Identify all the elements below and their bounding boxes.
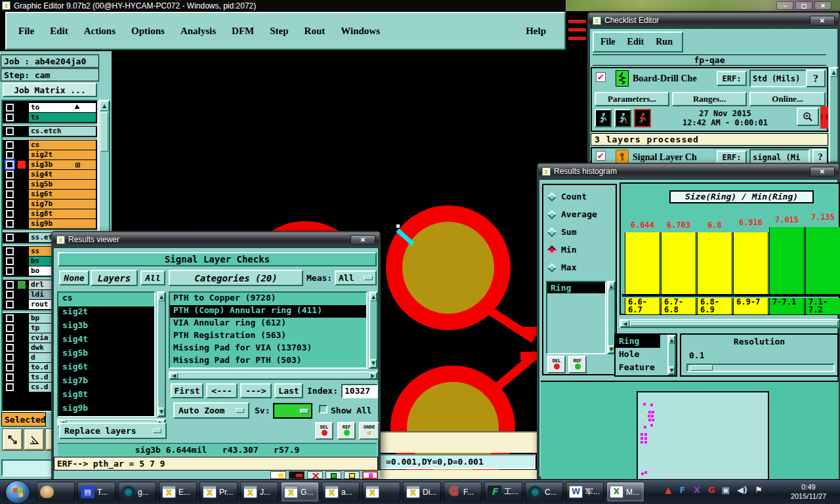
viewer-close-button[interactable]: ✕ <box>350 235 375 245</box>
taskbar-button-e[interactable]: XE... <box>159 482 197 502</box>
layer-row-sig7b[interactable]: sig7b <box>4 200 96 209</box>
layer-checkbox[interactable] <box>6 324 14 332</box>
del-button[interactable]: DEL <box>547 356 566 373</box>
check-enabled-checkbox[interactable]: ✔ <box>596 72 606 82</box>
meas-dropdown[interactable]: All <box>335 270 377 285</box>
viewer-layer-sig4t[interactable]: sig4t <box>58 334 154 348</box>
scroll-down-icon[interactable]: ▼ <box>669 366 675 374</box>
check-enabled-checkbox[interactable]: ✔ <box>596 151 606 161</box>
layer-swatch[interactable] <box>18 257 26 265</box>
viewer-layer-sig7b[interactable]: sig7b <box>58 375 154 389</box>
menu-dfm[interactable]: DFM <box>232 26 254 37</box>
filter-all-button[interactable]: All <box>140 270 165 285</box>
layer-swatch[interactable] <box>18 171 26 178</box>
mini-tool-button[interactable] <box>289 471 304 479</box>
layer-checkbox[interactable] <box>6 383 14 391</box>
taskbar-button-j[interactable]: XJ... <box>240 482 278 502</box>
taskbar-button-pr[interactable]: XPr... <box>200 482 238 502</box>
tray-volume-icon[interactable]: ◀) <box>734 485 751 495</box>
parameters-button[interactable]: Parameters... <box>595 92 669 106</box>
mode-count[interactable]: Count <box>549 192 587 201</box>
layer-row-sig6t[interactable]: sig6t <box>4 190 96 199</box>
layer-swatch[interactable] <box>18 180 26 188</box>
mini-tool-button[interactable] <box>307 471 323 479</box>
layer-name[interactable]: sig4t <box>29 170 96 179</box>
scroll-down-icon[interactable]: ▼ <box>370 359 377 368</box>
checklist-menu-edit[interactable]: Edit <box>627 37 644 47</box>
layer-checkbox[interactable] <box>6 114 14 121</box>
layer-name[interactable]: sig2t <box>29 150 96 159</box>
help-button[interactable]: ? <box>806 70 826 87</box>
mini-tool-button[interactable] <box>326 471 341 479</box>
maximize-button[interactable]: ▢ <box>795 1 812 10</box>
category-missing-pad-via[interactable]: Missing Pad for VIA (13703) <box>170 343 366 355</box>
scroll-up-icon[interactable]: ▲ <box>370 293 377 301</box>
tray-g-icon[interactable]: G <box>705 485 718 495</box>
categories-button[interactable]: Categories (20) <box>169 270 303 286</box>
scroll-up-icon[interactable]: ▲ <box>158 293 165 301</box>
histogram-bar[interactable] <box>805 227 840 294</box>
menu-help[interactable]: Help <box>526 26 546 37</box>
layer-swatch[interactable] <box>18 151 26 159</box>
layer-name[interactable]: ts <box>29 113 96 122</box>
layer-checkbox[interactable] <box>6 247 14 255</box>
taskbar-button-x[interactable]: X <box>362 482 400 502</box>
filter-none-button[interactable]: None <box>59 270 89 285</box>
layer-checkbox[interactable] <box>6 364 14 371</box>
layer-swatch[interactable] <box>18 373 26 381</box>
category-pth-to-copper[interactable]: PTH to Copper (9728) <box>170 293 366 305</box>
category-pth-registration[interactable]: PTH Registration (563) <box>170 330 366 343</box>
scroll-up-icon[interactable]: ▲ <box>608 282 614 290</box>
histogram-bar[interactable] <box>697 232 732 294</box>
layer-name[interactable]: sig5b <box>29 180 96 189</box>
layer-checkbox[interactable] <box>6 281 14 289</box>
layer-row-sig3b[interactable]: sig3b <box>4 160 96 169</box>
layer-swatch[interactable] <box>18 314 26 322</box>
viewer-layer-cs[interactable]: cs <box>58 293 154 306</box>
layer-checkbox[interactable] <box>6 200 14 208</box>
histogram-bar[interactable] <box>625 232 660 294</box>
histogram-titlebar[interactable]: x Results histogram ✕ <box>538 164 839 178</box>
start-button[interactable] <box>5 480 30 504</box>
layer-name[interactable]: cs.etch <box>29 127 96 136</box>
viewer-layer-sig6t[interactable]: sig6t <box>58 362 154 375</box>
layer-row-sig2t[interactable]: sig2t <box>4 150 96 159</box>
replace-layers-dropdown[interactable]: Replace layers <box>59 423 167 439</box>
layer-checkbox[interactable] <box>6 180 14 188</box>
run-check-icon[interactable] <box>595 109 612 127</box>
tray-triangle-icon[interactable]: ▲ <box>662 485 675 495</box>
layer-row-ts[interactable]: ts <box>4 113 96 122</box>
scroll-up-icon[interactable]: ▲ <box>669 336 675 344</box>
erf-value-field[interactable]: Std (Mils) <box>749 70 812 87</box>
first-button[interactable]: First <box>171 383 203 398</box>
layer-checkbox[interactable] <box>6 373 14 381</box>
last-button[interactable]: Last <box>274 383 303 398</box>
online-button[interactable]: Online... <box>749 92 826 106</box>
radio-selected-icon[interactable] <box>547 245 556 254</box>
ref-button[interactable]: REF <box>337 422 356 440</box>
layer-checkbox[interactable] <box>6 210 14 218</box>
histogram-bar[interactable] <box>661 232 696 294</box>
layer-swatch[interactable] <box>18 127 26 135</box>
mode-min-selected[interactable]: Min <box>549 245 576 255</box>
layer-row-sig4t[interactable]: sig4t <box>4 170 96 179</box>
taskbar-button-shell[interactable] <box>37 482 75 502</box>
scroll-thumb[interactable] <box>100 112 108 152</box>
scroll-up-icon[interactable]: ▲ <box>100 101 109 111</box>
layer-name[interactable]: sig3b <box>29 160 96 169</box>
tray-x-icon[interactable]: X <box>690 485 704 495</box>
checklist-menu-file[interactable]: File <box>600 37 616 47</box>
checklist-close-button[interactable]: ✕ <box>810 16 835 26</box>
layer-name[interactable]: sig6t <box>29 190 96 199</box>
layer-checkbox[interactable] <box>6 190 14 198</box>
layer-checkbox[interactable] <box>6 257 14 265</box>
layer-swatch[interactable] <box>18 141 26 149</box>
menu-windows[interactable]: Windows <box>341 26 380 37</box>
taskbar-button-word[interactable]: W军... <box>566 482 604 502</box>
taskbar-button-g2-active[interactable]: XG... <box>281 482 319 502</box>
layer-row-sig5b[interactable]: sig5b <box>4 180 96 189</box>
layer-checkbox[interactable] <box>6 234 14 242</box>
layer-swatch[interactable] <box>18 354 26 362</box>
layer-checkbox[interactable] <box>6 220 14 228</box>
layer-swatch[interactable] <box>18 324 26 332</box>
